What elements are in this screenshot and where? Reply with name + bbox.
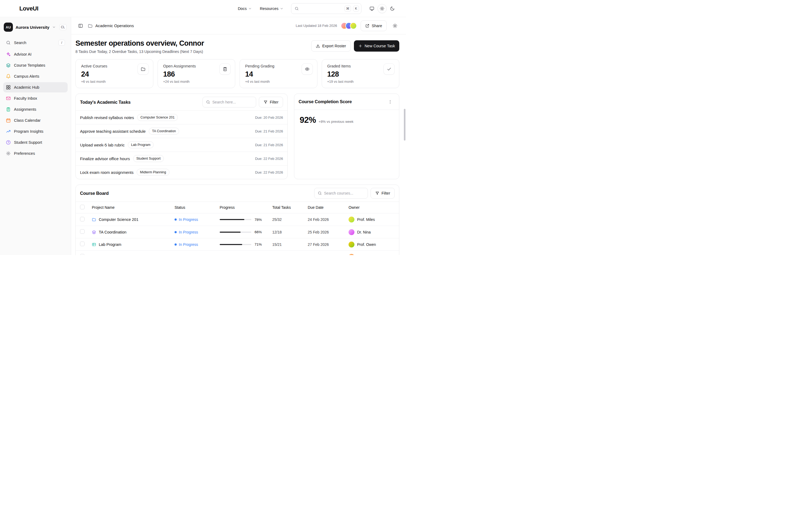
calendar-icon [6,118,11,123]
clipboard-icon [6,107,11,112]
completion-score-panel: Course Completion Score 92% +8% vs previ… [294,93,399,179]
table-row[interactable]: Lab Program In Progress 71% 15/21 27 Feb… [76,238,399,250]
total-tasks: 12/18 [272,230,308,234]
global-search[interactable]: ⌘ K [291,3,361,14]
sidebar-item-course-templates[interactable]: Course Templates [3,60,68,70]
row-checkbox[interactable] [80,217,85,221]
select-all-checkbox[interactable] [80,205,85,209]
theme-toggle [367,4,397,13]
column-header-status: Status [175,205,220,209]
table-icon [92,243,96,247]
resources-label: Resources [260,6,278,11]
workspace-shortcut: CL [59,24,67,30]
status-badge: In Progress [179,255,198,255]
progress-bar [220,232,251,233]
sidebar-item-assignments[interactable]: Assignments [3,104,68,114]
sidebar-item-label: Course Templates [14,63,46,67]
table-row[interactable]: Student Support In Progress 58% 10/17 01… [76,250,399,255]
docs-menu[interactable]: Docs [235,4,255,13]
task-row[interactable]: Lock exam room assignments Midterm Plann… [76,165,287,179]
layers-icon [6,63,11,68]
sun-icon [393,23,397,28]
sidebar-item-program-insights[interactable]: Program Insights [3,126,68,137]
task-row[interactable]: Approve teaching assistant schedule TA C… [76,124,287,138]
theme-system-button[interactable] [367,4,377,13]
kebab-menu-icon [388,100,393,104]
global-search-input[interactable] [301,6,342,11]
task-row[interactable]: Publish revised syllabus notes Computer … [76,110,287,124]
tasks-search[interactable] [203,97,256,108]
status-dot [175,219,177,221]
page-title: Semester operations overview, Connor [76,39,204,48]
total-tasks: 10/17 [272,255,308,255]
search-shortcut: / [59,40,65,46]
sidebar-toggle-button[interactable] [76,21,85,30]
share-icon [365,24,369,28]
progress-percent: 78% [254,218,262,222]
table-row[interactable]: Computer Science 201 In Progress 78% 25/… [76,214,399,226]
course-search[interactable] [314,188,368,199]
due-date: 25 Feb 2026 [308,230,349,234]
share-label: Share [372,24,382,28]
row-checkbox[interactable] [80,254,85,255]
kbd-cmd: ⌘ [344,6,351,11]
workspace-name: Aurora University [16,25,50,30]
kbd-k: K [353,6,359,11]
sidebar-item-campus-alerts[interactable]: Campus Alerts [3,71,68,81]
task-title: Approve teaching assistant schedule [80,129,146,134]
total-tasks: 15/21 [272,243,308,247]
sidebar-item-preferences[interactable]: Preferences [3,148,68,159]
table-header: Project Name Status Progress Total Tasks… [76,201,399,214]
table-row[interactable]: TA Coordination In Progress 66% 12/18 25… [76,226,399,238]
chevron-down-icon [52,25,56,29]
status-dot [175,244,177,246]
sidebar-nav: Advisor AI Course Templates Campus Alert… [3,49,68,159]
scrollbar[interactable] [404,109,405,141]
share-button[interactable]: Share [361,21,387,31]
theme-light-button[interactable] [378,4,387,13]
folder-icon [138,63,149,75]
resources-menu[interactable]: Resources [257,4,287,13]
tasks-filter-button[interactable]: Filter [259,97,283,108]
progress-percent: 66% [254,230,262,234]
sidebar-item-label: Program Insights [14,129,43,134]
stat-delta: +6 vs last month [81,80,148,84]
course-search-input[interactable] [324,191,365,195]
filter-label: Filter [382,191,390,195]
export-roster-button[interactable]: Export Roster [311,40,351,52]
plus-icon [358,44,362,48]
sidebar-item-label: Search [14,40,26,45]
task-row[interactable]: Finalize advisor office hours Student Su… [76,151,287,165]
status-dot [175,231,177,233]
sidebar-item-label: Student Support [14,140,42,145]
row-checkbox[interactable] [80,229,85,234]
score-menu-button[interactable] [386,97,395,106]
display-settings-button[interactable] [390,21,399,30]
search-icon [295,6,299,11]
sidebar-item-class-calendar[interactable]: Class Calendar [3,115,68,125]
tasks-search-input[interactable] [212,100,254,104]
collaborator-avatars [341,22,357,29]
new-course-task-button[interactable]: New Course Task [354,40,399,52]
stat-delta: +24 vs last month [163,80,230,84]
theme-dark-button[interactable] [388,4,397,13]
avatar [350,22,357,29]
progress-percent: 71% [254,243,262,247]
column-header-owner: Owner [349,205,395,209]
sidebar-item-search[interactable]: Search / [3,37,68,48]
page-subtitle: 8 Tasks Due Today, 2 Overdue Tasks, 13 U… [76,50,204,54]
sidebar-item-academic-hub[interactable]: Academic Hub [3,82,68,92]
owner-name: Dean Harper [357,255,379,255]
sidebar-item-advisor-ai[interactable]: Advisor AI [3,49,68,59]
page-header: Academic Operations Last Updated 18 Feb … [71,17,406,34]
sidebar-item-student-support[interactable]: Student Support [3,137,68,147]
task-row[interactable]: Upload week-5 lab rubric Lab Program Due… [76,138,287,151]
row-checkbox[interactable] [80,242,85,246]
folder-icon [88,23,93,28]
sidebar-item-faculty-inbox[interactable]: Faculty Inbox [3,93,68,104]
sidebar-item-label: Advisor AI [14,52,31,56]
workspace-switcher[interactable]: AU Aurora University CL [3,21,68,33]
course-filter-button[interactable]: Filter [370,188,395,199]
docs-label: Docs [238,6,247,11]
status-badge: In Progress [179,243,198,247]
